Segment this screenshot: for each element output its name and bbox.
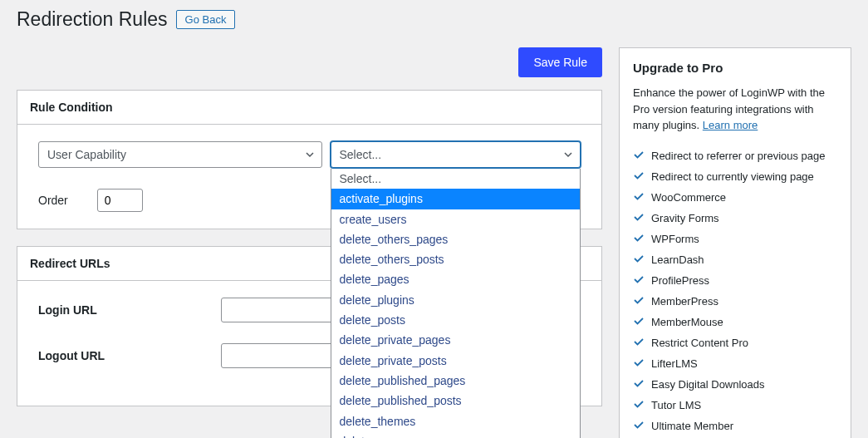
feature-item: Restrict Content Pro (633, 332, 837, 353)
learn-more-link[interactable]: Learn more (703, 119, 758, 131)
dropdown-option[interactable]: delete_users (331, 431, 581, 438)
feature-label: Redirect to currently viewing page (651, 170, 814, 183)
feature-label: MemberMouse (651, 316, 723, 328)
check-icon (633, 377, 645, 391)
check-icon (633, 357, 645, 371)
dropdown-option[interactable]: delete_posts (331, 310, 581, 330)
feature-label: Tutor LMS (651, 399, 701, 411)
feature-item: Tutor LMS (633, 395, 837, 416)
check-icon (633, 170, 645, 184)
dropdown-option[interactable]: delete_published_pages (331, 371, 581, 391)
chevron-down-icon (563, 150, 573, 160)
capability-select-placeholder: Select... (340, 148, 382, 161)
feature-label: LifterLMS (651, 357, 698, 370)
feature-item: LifterLMS (633, 353, 837, 374)
feature-item: WPForms (633, 229, 837, 249)
feature-item: MemberMouse (633, 312, 837, 332)
dropdown-option[interactable]: activate_plugins (331, 189, 581, 209)
feature-item: ProfilePress (633, 270, 837, 291)
condition-type-value: User Capability (47, 148, 126, 161)
feature-item: WooCommerce (633, 187, 837, 208)
dropdown-option[interactable]: delete_published_posts (331, 391, 581, 411)
check-icon (633, 211, 645, 225)
feature-label: LearnDash (651, 253, 704, 266)
capability-dropdown[interactable]: Select...activate_pluginscreate_usersdel… (331, 169, 581, 438)
dropdown-option[interactable]: Select... (331, 169, 581, 189)
rule-condition-heading: Rule Condition (17, 91, 601, 125)
login-url-label: Login URL (38, 303, 221, 317)
check-icon (633, 253, 645, 267)
dropdown-option[interactable]: delete_others_posts (331, 249, 581, 269)
dropdown-option[interactable]: delete_plugins (331, 290, 581, 310)
chevron-down-icon (305, 150, 315, 160)
feature-label: Easy Digital Downloads (651, 378, 765, 391)
feature-item: Easy Digital Downloads (633, 374, 837, 395)
feature-label: WPForms (651, 233, 699, 245)
check-icon (633, 190, 645, 204)
feature-label: WooCommerce (651, 191, 726, 204)
condition-type-select[interactable]: User Capability (38, 141, 322, 168)
dropdown-option[interactable]: delete_private_posts (331, 351, 581, 371)
check-icon (633, 315, 645, 329)
dropdown-option[interactable]: create_users (331, 209, 581, 229)
save-rule-button[interactable]: Save Rule (518, 47, 602, 77)
feature-label: MemberPress (651, 295, 718, 308)
dropdown-option[interactable]: delete_pages (331, 269, 581, 289)
dropdown-option[interactable]: delete_private_pages (331, 330, 581, 350)
logout-url-label: Logout URL (38, 349, 221, 362)
check-icon (633, 419, 645, 433)
feature-item: Gravity Forms (633, 208, 837, 229)
feature-label: Redirect to referrer or previous page (651, 150, 826, 162)
rule-condition-panel: Rule Condition User Capability Select... (17, 90, 602, 229)
upgrade-description: Enhance the power of LoginWP with the Pr… (633, 85, 837, 134)
order-label: Order (38, 194, 68, 207)
go-back-button[interactable]: Go Back (176, 10, 236, 29)
page-title: Redirection Rules (17, 8, 168, 31)
check-icon (633, 294, 645, 308)
upgrade-panel: Upgrade to Pro Enhance the power of Logi… (619, 47, 851, 438)
order-input[interactable] (97, 189, 143, 212)
dropdown-option[interactable]: delete_themes (331, 411, 581, 431)
upgrade-title: Upgrade to Pro (633, 61, 837, 75)
feature-list: Redirect to referrer or previous pageRed… (633, 145, 837, 439)
feature-item: Redirect to currently viewing page (633, 166, 837, 187)
check-icon (633, 398, 645, 412)
feature-label: ProfilePress (651, 274, 709, 287)
check-icon (633, 232, 645, 246)
feature-item: Ultimate Member (633, 416, 837, 436)
feature-item: LearnDash (633, 249, 837, 270)
capability-select[interactable]: Select... (331, 141, 581, 168)
feature-item: Redirect to referrer or previous page (633, 145, 837, 166)
feature-label: Restrict Content Pro (651, 337, 748, 349)
check-icon (633, 336, 645, 350)
check-icon (633, 149, 645, 163)
feature-item: MemberPress (633, 291, 837, 312)
feature-label: Gravity Forms (651, 212, 719, 224)
dropdown-option[interactable]: delete_others_pages (331, 229, 581, 249)
feature-label: Ultimate Member (651, 420, 733, 432)
check-icon (633, 273, 645, 288)
